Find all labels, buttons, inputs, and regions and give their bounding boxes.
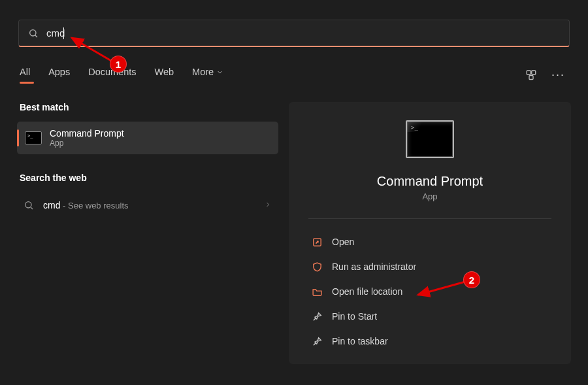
action-pin-to-taskbar[interactable]: Pin to taskbar [308, 329, 551, 354]
annotation-callout-1: 1 [110, 56, 127, 73]
action-run-as-admin[interactable]: Run as administrator [308, 254, 551, 279]
command-prompt-icon: >_ [25, 131, 42, 144]
tab-apps[interactable]: Apps [48, 67, 70, 82]
action-open-file-location[interactable]: Open file location [308, 279, 551, 304]
svg-point-0 [30, 29, 36, 35]
search-input-text[interactable]: cmd [46, 27, 65, 39]
best-match-header: Best match [20, 102, 278, 112]
action-run-as-admin-label: Run as administrator [332, 261, 416, 272]
svg-rect-3 [532, 71, 536, 75]
best-match-result[interactable]: >_ Command Prompt App [17, 122, 278, 154]
pin-icon [311, 335, 323, 347]
svg-line-6 [31, 207, 33, 209]
tab-more-label: More [192, 67, 214, 77]
chevron-right-icon [264, 200, 272, 210]
search-bar[interactable]: cmd [18, 20, 570, 47]
search-icon [24, 200, 34, 210]
text-caret [63, 27, 64, 39]
svg-rect-4 [529, 76, 533, 80]
svg-point-5 [25, 202, 31, 208]
open-icon [311, 236, 323, 248]
action-pin-to-taskbar-label: Pin to taskbar [332, 336, 388, 346]
action-open[interactable]: Open [308, 229, 551, 254]
pin-icon [311, 310, 323, 322]
tab-web[interactable]: Web [155, 67, 174, 82]
action-open-label: Open [332, 237, 354, 247]
detail-subtitle: App [422, 192, 437, 201]
chevron-down-icon [216, 69, 223, 76]
detail-panel: Command Prompt App Open Run as administr… [289, 102, 571, 364]
web-result-item[interactable]: cmd - See web results [17, 192, 278, 218]
action-pin-to-start[interactable]: Pin to Start [308, 304, 551, 329]
filter-tabs: All Apps Documents Web More ··· [0, 61, 588, 88]
best-match-title: Command Prompt [50, 128, 124, 139]
shield-icon [311, 261, 323, 273]
search-icon [28, 28, 39, 39]
web-suffix: - See web results [60, 201, 128, 210]
search-settings-icon[interactable] [525, 69, 537, 80]
tab-more[interactable]: More [192, 67, 223, 82]
detail-title: Command Prompt [377, 174, 483, 189]
tab-all[interactable]: All [20, 67, 30, 82]
folder-icon [311, 286, 323, 297]
command-prompt-icon-large [406, 120, 454, 158]
results-column: Best match >_ Command Prompt App Search … [17, 102, 278, 364]
best-match-subtitle: App [50, 139, 124, 148]
action-pin-to-start-label: Pin to Start [332, 311, 377, 322]
more-options-icon[interactable]: ··· [551, 68, 565, 82]
search-web-header: Search the web [20, 173, 278, 183]
web-query: cmd [43, 200, 60, 210]
annotation-callout-2: 2 [463, 271, 480, 288]
svg-line-1 [35, 35, 37, 37]
svg-rect-2 [527, 71, 531, 75]
action-open-file-location-label: Open file location [332, 286, 402, 297]
